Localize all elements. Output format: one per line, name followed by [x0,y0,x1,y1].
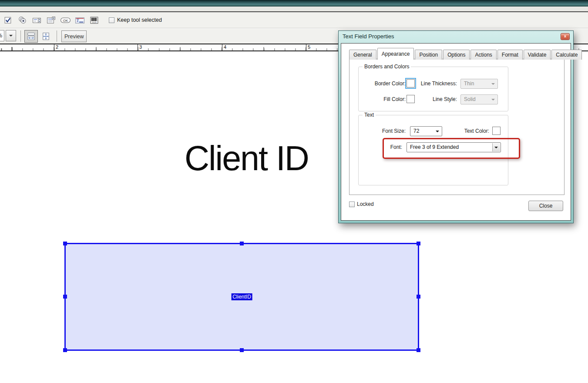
keep-tool-selected-label: Keep tool selected [117,17,162,23]
radio-button-tool-icon[interactable] [17,14,28,26]
combo-box-tool-icon[interactable] [31,14,43,26]
font-label: Font: [359,144,402,150]
keep-tool-selected-checkbox[interactable] [109,17,114,23]
resize-handle-e[interactable] [417,295,420,299]
locked-option[interactable]: Locked [349,201,374,207]
chevron-down-icon [491,83,495,87]
tab-calculate[interactable]: Calculate [551,50,582,60]
dialog-title: Text Field Properties [343,33,394,40]
checkbox-tool-icon[interactable] [2,14,14,26]
line-thickness-label: Line Thickness: [415,81,457,87]
resize-handle-sw[interactable] [63,348,67,352]
preview-button[interactable]: Preview [61,30,87,42]
field-name-tag: ClientID [231,293,252,300]
text-group: Text Font Size: 72 Text Color: Font: Fre… [358,115,508,185]
resize-handle-ne[interactable] [417,242,420,245]
zoom-dropdown-arrow[interactable] [6,30,16,41]
text-color-swatch[interactable] [492,127,501,135]
fill-color-swatch[interactable] [407,95,415,103]
text-field-tool-icon[interactable]: x [74,14,86,26]
match-size-button[interactable] [24,30,38,43]
chevron-down-icon [494,147,498,150]
group-title: Borders and Colors [363,64,411,70]
border-color-swatch[interactable] [407,79,415,87]
appearance-tab-panel: Borders and Colors Border Color: Line Th… [349,59,564,195]
borders-and-colors-group: Borders and Colors Border Color: Line Th… [358,67,508,111]
locked-checkbox[interactable] [349,202,355,207]
menu-strip [0,7,588,12]
tab-validate[interactable]: Validate [524,50,551,60]
resize-handle-n[interactable] [240,242,244,245]
font-size-label: Font Size: [359,128,406,134]
tab-actions[interactable]: Actions [470,50,496,60]
match-width-icon [26,31,36,41]
move-arrows-icon [41,31,51,41]
center-field-button[interactable] [39,30,53,43]
close-button[interactable]: Close [528,201,563,211]
fill-color-label: Fill Color: [359,96,406,102]
resize-handle-s[interactable] [240,348,244,352]
keep-tool-selected-option[interactable]: Keep tool selected [109,17,162,23]
text-color-label: Text Color: [450,128,489,134]
line-style-label: Line Style: [415,96,457,102]
toolbar-separator [20,30,21,42]
form-tools-toolbar: OK x 0123 Keep tool selected [0,12,588,28]
app-window: OK x 0123 Keep tool selected % Preview 2… [0,0,588,383]
ruler-mark: 3 [138,44,142,50]
svg-text:OK: OK [63,18,68,22]
toolbar-separator [57,30,57,42]
ruler-mark: 4 [222,44,226,50]
zoom-level-combobox[interactable]: % [0,30,4,41]
font-size-select[interactable]: 72 [410,126,442,136]
chevron-down-icon [491,99,495,102]
line-thickness-select[interactable]: Thin [460,79,498,89]
chevron-down-icon [436,131,439,134]
barcode-tool-icon[interactable]: 0123 [88,14,100,26]
tab-options[interactable]: Options [443,50,470,60]
resize-handle-w[interactable] [63,295,67,299]
locked-label: Locked [357,201,374,207]
dropdown-arrow-button[interactable] [492,143,500,151]
svg-text:0123: 0123 [92,21,97,23]
document-heading: Client ID [185,138,309,178]
text-field-properties-dialog: Text Field Properties x General Appearan… [338,30,574,223]
tab-position[interactable]: Position [415,50,442,60]
ruler-mark: 5 [306,44,310,50]
dialog-body: General Appearance Position Options Acti… [341,43,571,221]
font-select[interactable]: Free 3 of 9 Extended [407,142,501,152]
tab-appearance[interactable]: Appearance [377,48,414,60]
resize-handle-nw[interactable] [63,242,67,245]
line-style-select[interactable]: Solid [460,94,498,104]
window-chrome-band [0,0,588,7]
button-tool-icon[interactable]: OK [60,14,71,26]
tab-format[interactable]: Format [497,50,523,60]
dialog-close-icon[interactable]: x [561,33,570,40]
resize-handle-se[interactable] [417,348,420,352]
list-box-tool-icon[interactable] [45,14,57,26]
border-color-label: Border Color: [359,81,406,87]
clientid-form-field[interactable]: ClientID [64,243,419,351]
ruler-mark: 2 [54,44,58,50]
tab-general[interactable]: General [349,50,376,60]
dialog-tabs: General Appearance Position Options Acti… [349,48,583,60]
group-title: Text [363,112,376,118]
chevron-down-icon [9,35,13,38]
